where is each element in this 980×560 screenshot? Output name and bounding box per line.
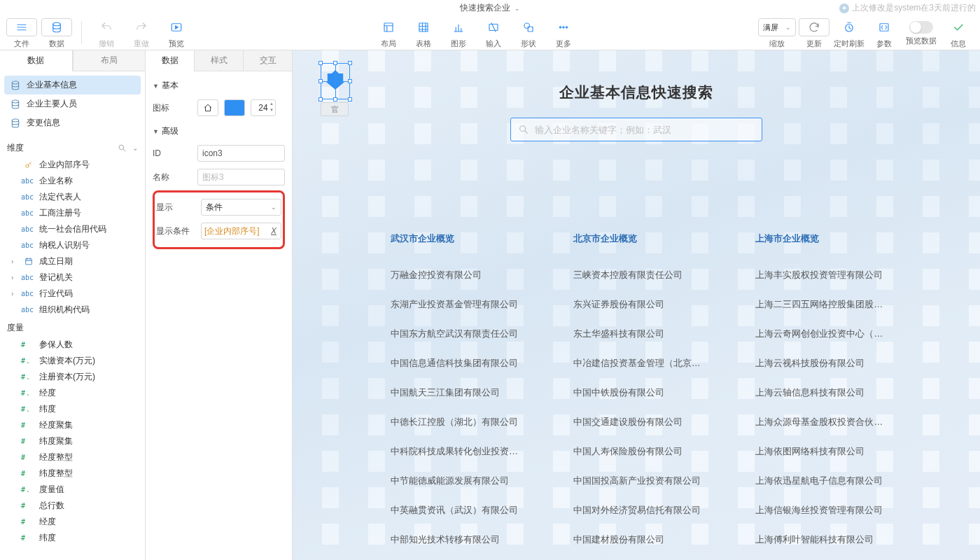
company-link[interactable]: 中冶建信投资基金管理（北京）有限公司 xyxy=(573,349,707,378)
company-link[interactable]: 上海傅利叶智能科技有限公司 xyxy=(755,525,889,554)
preview-data-button[interactable]: 预览数据 xyxy=(902,15,941,46)
zoom-select[interactable]: 满屏 ⌄ 缩放 xyxy=(757,15,797,49)
chevron-down-icon[interactable]: ⌄ xyxy=(132,144,138,152)
chart-button[interactable]: 图形 xyxy=(441,15,476,49)
measure-item[interactable]: #纬度 xyxy=(0,530,145,546)
more-button[interactable]: 更多 xyxy=(546,15,581,49)
column-header[interactable]: 武汉市企业概览 xyxy=(391,232,524,245)
data-button[interactable]: 数据 xyxy=(39,15,74,49)
refresh-button[interactable]: 更新 xyxy=(797,15,832,49)
prop-tab-interact[interactable]: 交互 xyxy=(243,50,292,71)
company-link[interactable]: 中科院科技成果转化创业投资基金（武汉）合伙企 xyxy=(391,437,524,466)
layout-button[interactable]: 布局 xyxy=(371,15,406,49)
company-link[interactable]: 东兴证券股份有限公司 xyxy=(573,290,707,319)
preview-button[interactable]: 预览 xyxy=(159,15,194,49)
file-button[interactable]: 文件 xyxy=(4,15,39,49)
measure-item[interactable]: #纬度整型 xyxy=(0,465,145,482)
dimension-item[interactable]: ›成立日期 xyxy=(0,253,145,270)
measure-item[interactable]: #经度 xyxy=(0,514,145,530)
company-link[interactable]: 上海依迅星航电子信息有限公司 xyxy=(755,466,889,496)
company-link[interactable]: 三峡资本控股有限责任公司 xyxy=(573,260,707,290)
company-link[interactable]: 中德长江控股（湖北）有限公司 xyxy=(391,407,524,437)
measure-item[interactable]: #经度整型 xyxy=(0,449,145,465)
dimension-item[interactable]: ›abc法定代表人 xyxy=(0,189,145,205)
company-link[interactable]: 中国东方航空武汉有限责任公司 xyxy=(391,319,524,349)
company-link[interactable]: 中部知光技术转移有限公司 xyxy=(391,525,524,554)
table-button[interactable]: 表格 xyxy=(406,15,441,49)
company-link[interactable]: 上海众源母基金股权投资合伙企业（有限合伙） xyxy=(755,407,889,437)
dataset-item[interactable]: 企业基本信息 xyxy=(4,76,141,94)
measure-item[interactable]: #参保人数 xyxy=(0,337,145,353)
column-header[interactable]: 北京市企业概览 xyxy=(573,232,707,245)
company-link[interactable]: 上海信银海丝投资管理有限公司 xyxy=(755,496,889,525)
input-button[interactable]: 输入 xyxy=(476,15,511,49)
fx-button[interactable]: X xyxy=(270,226,278,236)
company-link[interactable]: 上海二三四五网络控股集团股份有限公司 xyxy=(755,290,889,319)
selected-widget[interactable]: 官 xyxy=(321,63,350,116)
search-box[interactable] xyxy=(510,118,762,141)
column-header[interactable]: 上海市企业概览 xyxy=(755,232,889,245)
company-link[interactable]: 中节能德威能源发展有限公司 xyxy=(391,466,524,496)
side-tab-data[interactable]: 数据 xyxy=(0,50,73,71)
company-link[interactable]: 上海云视科技股份有限公司 xyxy=(755,349,889,378)
toggle-switch[interactable] xyxy=(909,21,933,34)
field-label: 企业内部序号 xyxy=(39,159,90,171)
measure-item[interactable]: #.经度 xyxy=(0,385,145,401)
measure-item[interactable]: #.注册资本(万元) xyxy=(0,369,145,385)
search-input[interactable] xyxy=(535,125,755,135)
title-text[interactable]: 快速搜索企业 ⌄ xyxy=(460,2,520,14)
measure-item[interactable]: #.实缴资本(万元) xyxy=(0,353,145,369)
color-swatch[interactable] xyxy=(224,99,245,116)
side-tab-layout[interactable]: 布局 xyxy=(73,50,146,71)
dimension-item[interactable]: ›abc行业代码 xyxy=(0,286,145,302)
measure-item[interactable]: #纬度聚集 xyxy=(0,433,145,449)
company-link[interactable]: 中国信息通信科技集团有限公司 xyxy=(391,349,524,378)
condition-input[interactable]: [企业内部序号] X xyxy=(201,223,281,239)
company-link[interactable]: 中国航天三江集团有限公司 xyxy=(391,378,524,407)
company-link[interactable]: 中英融贯资讯（武汉）有限公司 xyxy=(391,496,524,525)
search-icon[interactable] xyxy=(118,144,127,153)
id-input[interactable]: icon3 xyxy=(197,145,285,162)
dataset-item[interactable]: 企业主要人员 xyxy=(4,94,141,113)
company-link[interactable]: 中国交通建设股份有限公司 xyxy=(573,407,707,437)
measure-item[interactable]: #总行数 xyxy=(0,498,145,514)
section-basic[interactable]: ▼基本 xyxy=(153,74,285,96)
company-link[interactable]: 东土华盛科技有限公司 xyxy=(573,319,707,349)
params-button[interactable]: 参数 xyxy=(867,15,902,49)
dimension-item[interactable]: ›abc统一社会信用代码 xyxy=(0,221,145,237)
show-select[interactable]: 条件⌄ xyxy=(201,199,281,216)
dimension-item[interactable]: ›企业内部序号 xyxy=(0,157,145,173)
shape-button[interactable]: 形状 xyxy=(511,15,546,49)
company-link[interactable]: 上海云轴信息科技有限公司 xyxy=(755,378,889,407)
canvas[interactable]: 官 企业基本信息快速搜索 武汉市企业概览万融金控投资有限公司东湖产业投资基金管理… xyxy=(293,50,980,560)
timed-refresh-button[interactable]: 定时刷新 xyxy=(832,15,867,49)
dimension-item[interactable]: ›abc企业名称 xyxy=(0,173,145,189)
measure-item[interactable]: #.度量值 xyxy=(0,482,145,498)
company-link[interactable]: 上海丰实股权投资管理有限公司 xyxy=(755,260,889,290)
name-input[interactable]: 图标3 xyxy=(197,169,285,186)
icon-size-input[interactable]: 24▲▼ xyxy=(251,99,276,116)
dimension-item[interactable]: ›abc组织机构代码 xyxy=(0,302,145,316)
measure-item[interactable]: #.纬度 xyxy=(0,401,145,417)
prop-tab-style[interactable]: 样式 xyxy=(194,50,243,71)
info-button[interactable]: 信息 xyxy=(941,15,976,49)
company-link[interactable]: 中国人寿保险股份有限公司 xyxy=(573,437,707,466)
dimension-item[interactable]: ›abc工商注册号 xyxy=(0,205,145,221)
redo-button[interactable]: 重做 xyxy=(124,15,159,49)
icon-picker[interactable] xyxy=(197,99,218,116)
company-link[interactable]: 中国中铁股份有限公司 xyxy=(573,378,707,407)
dimension-item[interactable]: ›abc纳税人识别号 xyxy=(0,237,145,253)
company-link[interactable]: 中国国投高新产业投资有限公司 xyxy=(573,466,707,496)
company-link[interactable]: 上海云奇网创创业投资中心（有限合伙） xyxy=(755,319,889,349)
company-link[interactable]: 东湖产业投资基金管理有限公司 xyxy=(391,290,524,319)
section-advanced[interactable]: ▼高级 xyxy=(153,120,285,141)
company-link[interactable]: 中国建材股份有限公司 xyxy=(573,525,707,554)
company-link[interactable]: 万融金控投资有限公司 xyxy=(391,260,524,290)
prop-tab-data[interactable]: 数据 xyxy=(146,50,194,71)
dataset-item[interactable]: 变更信息 xyxy=(4,113,141,132)
company-link[interactable]: 上海依图网络科技有限公司 xyxy=(755,437,889,466)
dimension-item[interactable]: ›abc登记机关 xyxy=(0,270,145,286)
undo-button[interactable]: 撤销 xyxy=(89,15,124,49)
company-link[interactable]: 中国对外经济贸易信托有限公司 xyxy=(573,496,707,525)
measure-item[interactable]: #经度聚集 xyxy=(0,417,145,433)
